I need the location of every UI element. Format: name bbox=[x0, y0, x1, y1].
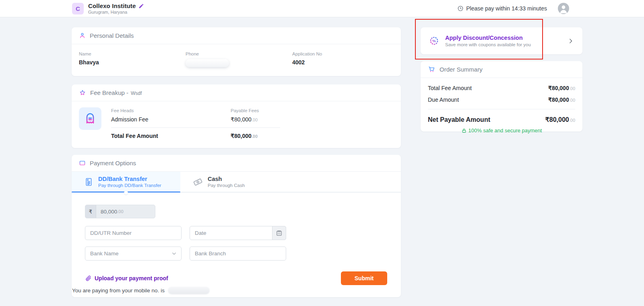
fee-breakup-card: Fee Breakup - Wsdf Fee Heads Payable Fee… bbox=[72, 84, 401, 148]
payable-fees-column-header: Payable Fees bbox=[231, 108, 394, 113]
order-summary-card: Order Summary Total Fee Amount ₹80,000.0… bbox=[421, 61, 582, 131]
fee-row-head: Admission Fee bbox=[111, 116, 231, 123]
credit-card-icon bbox=[79, 160, 86, 166]
personal-details-title: Personal Details bbox=[90, 32, 134, 39]
person-icon bbox=[79, 32, 86, 39]
name-value: Bhavya bbox=[79, 59, 186, 66]
fee-total-label: Total Fee Amount bbox=[111, 133, 231, 139]
payment-timer: Please pay within 14:33 minutes bbox=[457, 5, 547, 12]
fee-breakup-title: Fee Breakup - bbox=[90, 89, 128, 96]
lock-icon bbox=[461, 128, 467, 133]
top-header: C Collexo Institute Gurugram, Haryana bbox=[0, 0, 644, 17]
star-icon bbox=[79, 89, 86, 97]
rupee-prefix: ₹ bbox=[85, 205, 96, 218]
summary-row-amount: ₹80,000.00 bbox=[548, 85, 575, 91]
edit-institute-button[interactable] bbox=[138, 3, 144, 9]
discount-subtitle: Save more with coupons available for you bbox=[445, 42, 531, 47]
field-phone: Phone bbox=[186, 51, 292, 67]
cart-icon bbox=[428, 66, 436, 73]
calendar-icon bbox=[276, 230, 283, 236]
fee-divider bbox=[111, 127, 280, 128]
name-label: Name bbox=[79, 51, 186, 56]
main-content: Personal Details Name Bhavya Phone Appli… bbox=[72, 27, 401, 297]
fee-total-amount: ₹80,000.00 bbox=[231, 133, 394, 139]
receipt-icon bbox=[79, 107, 101, 130]
pencil-icon bbox=[138, 3, 144, 9]
personal-details-card: Personal Details Name Bhavya Phone Appli… bbox=[72, 27, 401, 76]
user-avatar-icon[interactable] bbox=[558, 3, 569, 14]
application-no-value: 4002 bbox=[292, 59, 394, 66]
mobile-no-text: You are paying from your mobile no. is bbox=[72, 288, 165, 294]
application-no-label: Application No bbox=[292, 51, 394, 56]
bank-name-select[interactable] bbox=[85, 246, 182, 261]
dd-utr-number-input[interactable] bbox=[85, 226, 182, 240]
tab-cash[interactable]: Cash Pay through Cash bbox=[180, 172, 289, 192]
fee-heads-column-header: Fee Heads bbox=[111, 108, 231, 113]
summary-row-due: Due Amount ₹80,000.00 bbox=[428, 97, 575, 103]
discount-badge-icon: % bbox=[429, 35, 440, 46]
tab-cash-desc: Pay through Cash bbox=[208, 183, 245, 188]
tab-cash-title: Cash bbox=[208, 176, 245, 182]
net-payable-label: Net Payable Amount bbox=[428, 116, 490, 123]
institute-location: Gurugram, Haryana bbox=[88, 10, 144, 14]
chevron-right-icon bbox=[567, 37, 574, 45]
paperclip-icon bbox=[85, 275, 91, 281]
bank-branch-input[interactable] bbox=[190, 246, 286, 261]
amount-field-disabled: ₹ 80,000.00 bbox=[85, 205, 155, 218]
secure-payment-text: 100% safe and secure payment bbox=[469, 127, 542, 133]
institute-name: Collexo Institute bbox=[88, 2, 136, 9]
tab-dd-title: DD/Bank Transfer bbox=[98, 176, 161, 182]
field-name: Name Bhavya bbox=[79, 51, 186, 67]
apply-discount-card[interactable]: % Apply Discount/Concession Save more wi… bbox=[421, 27, 582, 54]
summary-row-amount: ₹80,000.00 bbox=[548, 97, 575, 103]
field-application-no: Application No 4002 bbox=[292, 51, 394, 67]
amount-value: 80,000.00 bbox=[96, 205, 124, 218]
tab-dd-bank-transfer[interactable]: DD/Bank Transfer Pay through DD/Bank Tra… bbox=[72, 172, 180, 192]
secure-payment-note: 100% safe and secure payment bbox=[421, 127, 582, 133]
timer-text: Please pay within 14:33 minutes bbox=[466, 5, 547, 12]
calendar-button[interactable] bbox=[272, 226, 286, 240]
phone-value-redacted bbox=[186, 59, 229, 67]
upload-label: Upload your payment proof bbox=[95, 275, 168, 281]
date-input[interactable] bbox=[190, 226, 286, 240]
phone-label: Phone bbox=[186, 51, 292, 56]
fee-breakup-subtitle: Wsdf bbox=[131, 90, 142, 96]
cash-icon bbox=[192, 177, 203, 187]
dd-bank-transfer-form: ₹ 80,000.00 bbox=[72, 193, 401, 285]
summary-row-total-fee: Total Fee Amount ₹80,000.00 bbox=[428, 85, 575, 91]
tab-dd-desc: Pay through DD/Bank Transfer bbox=[98, 183, 161, 188]
summary-row-label: Total Fee Amount bbox=[428, 85, 472, 91]
order-summary-title: Order Summary bbox=[440, 66, 483, 73]
institute-logo: C bbox=[72, 3, 84, 14]
fee-row-amount: ₹80,000.00 bbox=[231, 116, 394, 123]
upload-payment-proof-link[interactable]: Upload your payment proof bbox=[85, 275, 168, 281]
mobile-no-note: You are paying from your mobile no. is bbox=[72, 287, 210, 294]
discount-title: Apply Discount/Concession bbox=[445, 35, 531, 41]
clock-icon bbox=[457, 5, 464, 12]
document-icon bbox=[84, 177, 94, 187]
payment-tabs: DD/Bank Transfer Pay through DD/Bank Tra… bbox=[72, 172, 401, 193]
svg-text:%: % bbox=[432, 39, 436, 43]
net-payable-amount: ₹80,000.00 bbox=[545, 116, 575, 123]
submit-button[interactable]: Submit bbox=[341, 271, 387, 285]
payment-options-title: Payment Options bbox=[90, 160, 136, 166]
payment-options-card: Payment Options DD/Bank Transfer Pay thr… bbox=[72, 155, 401, 297]
mobile-no-redacted bbox=[168, 287, 210, 294]
summary-row-label: Due Amount bbox=[428, 97, 459, 103]
net-payable-row: Net Payable Amount ₹80,000.00 bbox=[421, 109, 582, 124]
